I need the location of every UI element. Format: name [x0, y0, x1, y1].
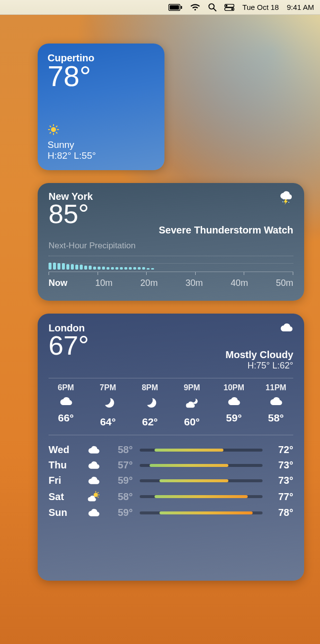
moon-stars-icon: [143, 396, 157, 412]
hourly-forecast: 6PM66°7PM64°8PM62°9PM60°10PM59°11PM58°: [49, 383, 293, 428]
day-low: 58°: [109, 444, 133, 456]
day-low: 57°: [109, 460, 133, 471]
day-label: Sat: [49, 491, 78, 503]
precip-axis-label: 10m: [95, 278, 112, 288]
day-high: 72°: [269, 444, 293, 456]
hour-label: 6PM: [58, 383, 74, 392]
cloud-icon: [279, 322, 293, 334]
widgets-column: Cupertino 78° Sunny H:82° L:55° New York…: [38, 44, 304, 581]
svg-point-22: [113, 401, 114, 402]
weather-alert: Severe Thunderstorm Watch: [159, 225, 293, 236]
temp-range-track: [140, 464, 263, 467]
menubar-time[interactable]: 9:41 AM: [287, 3, 314, 11]
svg-rect-1: [170, 5, 179, 9]
daily-row: Wed58°72°: [49, 444, 293, 456]
cloud-icon: [227, 396, 241, 408]
precip-bar: [66, 264, 69, 270]
day-label: Thu: [49, 460, 78, 471]
weather-widget-small[interactable]: Cupertino 78° Sunny H:82° L:55°: [38, 44, 164, 170]
hour-label: 9PM: [184, 383, 200, 392]
thunderstorm-icon: [278, 191, 293, 207]
svg-line-16: [50, 133, 51, 133]
cloud-icon: [85, 476, 102, 485]
hilo-text: H:75° L:62°: [225, 361, 293, 371]
precip-bar: [115, 267, 118, 270]
menubar-date[interactable]: Tue Oct 18: [242, 3, 279, 11]
weather-widget-large[interactable]: London 67° Mostly Cloudy H:75° L:62° 6PM…: [38, 314, 304, 581]
svg-point-20: [288, 202, 289, 203]
svg-line-4: [213, 8, 216, 11]
precip-bar: [142, 267, 145, 270]
hourly-column: 6PM66°: [49, 383, 83, 428]
precip-bar: [49, 263, 52, 270]
svg-line-28: [98, 493, 98, 493]
precip-bar: [133, 267, 136, 270]
precip-bar: [75, 265, 78, 270]
battery-icon[interactable]: [168, 4, 182, 11]
day-label: Sun: [49, 507, 78, 518]
daily-row: Thu57°73°: [49, 460, 293, 471]
svg-point-25: [94, 493, 98, 497]
temp-range-bar: [160, 511, 253, 514]
divider: [49, 435, 293, 435]
hour-label: 7PM: [100, 383, 116, 392]
temp-range-track: [140, 449, 263, 452]
cloud-icon: [85, 460, 102, 470]
precip-bar: [138, 267, 141, 270]
svg-line-29: [98, 497, 98, 498]
current-temp: 85°: [49, 200, 93, 227]
day-high: 77°: [269, 491, 293, 503]
day-high: 78°: [269, 507, 293, 518]
hour-temp: 66°: [58, 412, 74, 424]
precip-bar: [57, 263, 60, 270]
precip-axis-label: Now: [49, 278, 67, 288]
menubar: Tue Oct 18 9:41 AM: [0, 0, 320, 15]
svg-line-15: [56, 133, 57, 133]
divider: [49, 378, 293, 378]
temp-range-track: [140, 495, 263, 498]
partly-sunny-icon: [85, 490, 102, 503]
day-label: Wed: [49, 444, 78, 456]
daily-forecast: Wed58°72°Thu57°73°Fri59°73°Sat58°77°Sun5…: [49, 444, 293, 518]
cloud-moon-icon: [185, 396, 199, 412]
day-high: 73°: [269, 475, 293, 486]
cloud-icon: [59, 396, 73, 408]
svg-point-24: [155, 401, 156, 402]
weather-widget-medium[interactable]: New York 85° Severe Thunderstorm Watch N…: [38, 183, 304, 301]
spotlight-search-icon[interactable]: [208, 3, 216, 11]
svg-point-21: [111, 399, 112, 400]
wifi-icon[interactable]: [190, 3, 200, 11]
precip-bar: [71, 264, 74, 270]
sun-icon: [48, 124, 59, 138]
moon-stars-icon: [101, 396, 115, 412]
hourly-column: 8PM62°: [133, 383, 167, 428]
condition-text: Sunny: [48, 139, 155, 150]
temp-range-bar: [150, 464, 228, 467]
temp-range-track: [140, 479, 263, 482]
precip-axis-label: 30m: [186, 278, 203, 288]
temp-range-bar: [155, 449, 223, 452]
day-label: Fri: [49, 475, 78, 486]
hourly-column: 7PM64°: [91, 383, 125, 428]
svg-point-19: [282, 201, 283, 202]
day-low: 58°: [109, 491, 133, 503]
svg-point-9: [51, 127, 56, 132]
current-temp: 78°: [48, 62, 155, 91]
precip-bar: [98, 267, 101, 270]
condition-text: Mostly Cloudy: [225, 349, 293, 361]
hour-label: 11PM: [266, 383, 286, 392]
svg-point-6: [225, 4, 227, 6]
daily-row: Sat58°77°: [49, 490, 293, 503]
cloud-icon: [269, 396, 283, 408]
precip-ticks: [49, 272, 293, 275]
svg-line-14: [50, 126, 51, 127]
control-center-icon[interactable]: [224, 4, 234, 11]
precip-bar: [120, 267, 123, 270]
hour-temp: 59°: [226, 412, 242, 424]
hourly-column: 9PM60°: [174, 383, 209, 428]
cloud-icon: [85, 445, 102, 455]
day-high: 73°: [269, 460, 293, 471]
temp-range-bar: [160, 479, 228, 482]
hour-temp: 60°: [184, 416, 200, 428]
hour-temp: 62°: [142, 416, 158, 428]
